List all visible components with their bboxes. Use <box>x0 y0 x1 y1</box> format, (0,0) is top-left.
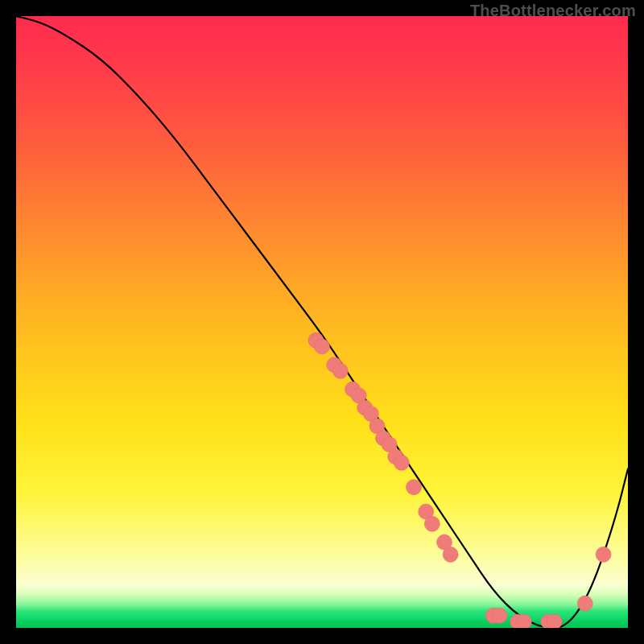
data-point <box>596 547 611 562</box>
chart-container: { "credit": "TheBottlenecker.com", "char… <box>0 0 644 644</box>
data-point <box>332 363 348 378</box>
data-point <box>492 608 507 623</box>
data-point <box>443 547 458 562</box>
plot-area <box>16 16 628 628</box>
data-point <box>315 339 330 354</box>
data-point <box>424 516 440 531</box>
data-point <box>577 596 592 611</box>
data-point <box>547 614 562 628</box>
bottleneck-curve <box>16 16 628 628</box>
data-point <box>516 614 531 628</box>
data-points <box>308 332 611 628</box>
chart-svg <box>16 16 628 628</box>
data-point <box>407 480 422 495</box>
data-point <box>394 455 409 470</box>
